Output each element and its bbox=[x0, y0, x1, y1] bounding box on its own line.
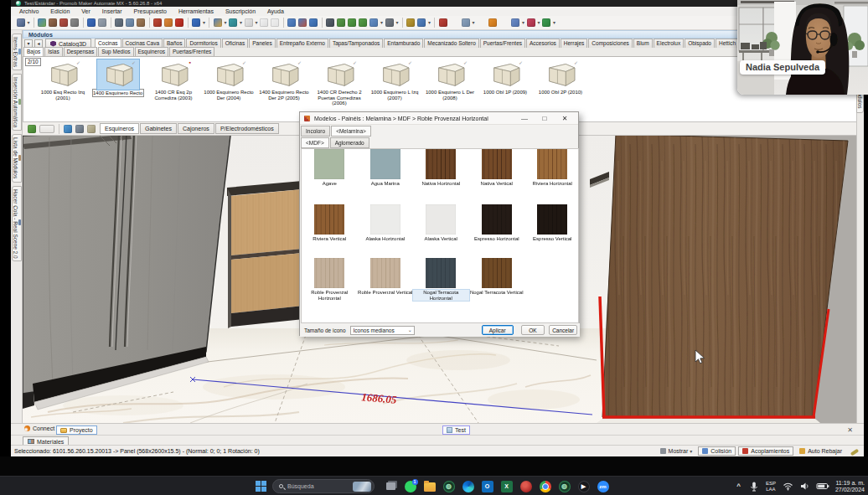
status-toggle[interactable]: Acoplamientos bbox=[738, 446, 793, 456]
material-swatch[interactable]: Alaska Vertical bbox=[413, 204, 469, 242]
pointer-box-icon[interactable] bbox=[260, 18, 268, 27]
tab[interactable]: Oficinas bbox=[222, 39, 248, 48]
speaker-icon[interactable] bbox=[287, 18, 296, 27]
tab[interactable]: Herrajes bbox=[561, 39, 588, 48]
menu-item[interactable]: Ver bbox=[75, 8, 96, 14]
module-thumbnail[interactable]: ✓ 1000 Esquinero L Izq (2007) bbox=[367, 59, 422, 106]
material-swatch[interactable]: Roble Provenzal Vertical bbox=[358, 258, 414, 301]
module-thumbnail[interactable]: ✓ 1000 Esquinero L Der (2008) bbox=[422, 59, 478, 106]
cut-icon[interactable] bbox=[115, 18, 123, 27]
save-icon[interactable] bbox=[17, 18, 25, 27]
promob-s-icon[interactable] bbox=[192, 18, 200, 27]
dimension-dropdown[interactable] bbox=[39, 125, 54, 133]
window-icon[interactable] bbox=[369, 18, 378, 27]
module-thumbnail[interactable]: ✓ 1000 Obl 1P (2009) bbox=[478, 59, 533, 106]
print-icon[interactable] bbox=[49, 18, 57, 27]
paint-icon[interactable] bbox=[229, 18, 237, 27]
dialog-close-button[interactable]: ✕ bbox=[555, 112, 575, 125]
tab[interactable]: Entrepaño Externo bbox=[276, 39, 328, 48]
eye-icon[interactable] bbox=[326, 18, 334, 27]
tab[interactable]: Sup Medios bbox=[98, 47, 133, 56]
test-button[interactable]: Test bbox=[442, 425, 470, 435]
toolbar-icon[interactable] bbox=[209, 18, 209, 28]
ghost-icon[interactable] bbox=[245, 18, 253, 27]
copy-icon[interactable] bbox=[126, 18, 134, 27]
cancel-button[interactable]: Cancelar bbox=[549, 325, 577, 335]
module-thumbnail[interactable]: ▪ 1400 CR Esq 2p Corrediza (2003) bbox=[146, 59, 201, 106]
tab[interactable]: Esquineros bbox=[135, 47, 169, 56]
dialog-tab[interactable]: Incoloro bbox=[301, 126, 330, 137]
toolbar-icon[interactable] bbox=[111, 18, 111, 28]
wrench-icon[interactable] bbox=[850, 448, 859, 456]
status-toggle[interactable]: Colisión bbox=[698, 446, 736, 456]
toolbar-icon[interactable] bbox=[34, 18, 34, 28]
tab[interactable]: Hettich bbox=[716, 39, 739, 48]
globe2-icon[interactable]: ◍ bbox=[555, 477, 574, 495]
tab[interactable]: Islas bbox=[44, 47, 62, 56]
menu-item[interactable]: Suscripción bbox=[220, 8, 261, 14]
cone-icon[interactable] bbox=[164, 18, 173, 27]
print-preview-icon[interactable] bbox=[59, 18, 68, 27]
dialog-minimize-button[interactable]: — bbox=[514, 112, 535, 125]
material-swatch[interactable]: Nativa Vertical bbox=[469, 149, 525, 187]
dialog-maximize-button[interactable]: □ bbox=[535, 112, 555, 125]
dollar-icon[interactable] bbox=[542, 18, 550, 27]
insert-module-icon[interactable] bbox=[28, 125, 36, 133]
dock-tab[interactable]: Lista de Módulos bbox=[12, 134, 22, 182]
apply-button[interactable]: Aplicar bbox=[482, 325, 514, 335]
microphone-icon[interactable] bbox=[748, 481, 760, 492]
selector-tab[interactable]: P/Electrodomésticos bbox=[215, 123, 279, 134]
selector-tab[interactable]: Cajoneros bbox=[178, 123, 214, 134]
tab[interactable]: Mecanizado Soltero bbox=[424, 39, 478, 48]
image-icon[interactable] bbox=[38, 18, 46, 27]
tab[interactable]: Puertas/Frentes bbox=[169, 47, 214, 56]
language-indicator[interactable]: ESP LAA bbox=[766, 481, 776, 492]
material-swatch[interactable]: Nativa Horizontal bbox=[413, 149, 469, 187]
taskview-icon[interactable] bbox=[381, 477, 400, 495]
person-red-icon[interactable] bbox=[439, 18, 447, 27]
selector-tab[interactable]: Esquineros bbox=[100, 123, 139, 134]
walk-icon[interactable] bbox=[348, 18, 356, 27]
material-swatch[interactable]: Nogal Terracota Horizontal bbox=[413, 258, 469, 301]
tab[interactable]: Composiciones bbox=[588, 39, 632, 48]
hearts-icon[interactable] bbox=[527, 18, 535, 27]
plants-icon[interactable] bbox=[337, 18, 345, 27]
toolbar-icon[interactable] bbox=[83, 18, 84, 28]
project-tab[interactable]: Proyecto bbox=[56, 425, 97, 435]
edge-icon[interactable] bbox=[458, 477, 478, 495]
find-text-icon[interactable] bbox=[87, 125, 96, 133]
menu-item[interactable]: Herramientas bbox=[173, 8, 220, 14]
tray-expand-icon[interactable]: ^ bbox=[736, 482, 741, 490]
dialog-tab[interactable]: Aglomerado bbox=[330, 137, 369, 148]
percent-icon[interactable] bbox=[214, 18, 222, 27]
player-icon[interactable]: ▶ bbox=[574, 477, 593, 495]
toolbar-icon[interactable] bbox=[283, 18, 284, 28]
search-binoculars-icon[interactable] bbox=[75, 125, 84, 133]
delete-icon[interactable] bbox=[175, 18, 183, 27]
material-swatch[interactable]: Roble Provenzal Horizontal bbox=[302, 258, 358, 301]
tab[interactable]: Obispado bbox=[685, 39, 715, 48]
module-thumbnail[interactable]: ✓ 1000 Obl 2P (2010) bbox=[533, 59, 588, 106]
material-swatch[interactable]: Agua Marina bbox=[358, 149, 414, 187]
status-toggle[interactable]: Auto Rebajar bbox=[796, 446, 845, 456]
zoom-icon[interactable]: zm bbox=[593, 477, 612, 495]
battery-icon[interactable] bbox=[816, 481, 829, 492]
person-icon[interactable] bbox=[309, 18, 318, 27]
connect-tab[interactable]: Connect bbox=[24, 425, 54, 431]
refresh-icon[interactable] bbox=[64, 125, 72, 133]
star-icon[interactable] bbox=[511, 18, 519, 27]
tab[interactable]: Entamburado bbox=[384, 39, 423, 48]
toolbar-icon[interactable] bbox=[149, 18, 150, 28]
dock-tab[interactable]: Items Extras bbox=[12, 34, 22, 70]
tab[interactable]: Tapas/Tamponados bbox=[329, 39, 383, 48]
tab[interactable]: Blum bbox=[633, 39, 653, 48]
paste-icon[interactable] bbox=[137, 18, 145, 27]
material-swatch[interactable]: Nogal Terracota Vertical bbox=[469, 258, 525, 301]
browser-icon[interactable]: ◍ bbox=[439, 477, 458, 495]
pointer-red-icon[interactable] bbox=[153, 18, 162, 27]
material-swatch[interactable]: Riviera Vertical bbox=[302, 204, 358, 242]
tab[interactable]: Puertas/Frentes bbox=[480, 39, 525, 48]
ok-button[interactable]: OK bbox=[521, 325, 545, 335]
dashed-box-icon[interactable] bbox=[271, 18, 279, 27]
menu-item[interactable]: Insertar bbox=[96, 8, 128, 14]
